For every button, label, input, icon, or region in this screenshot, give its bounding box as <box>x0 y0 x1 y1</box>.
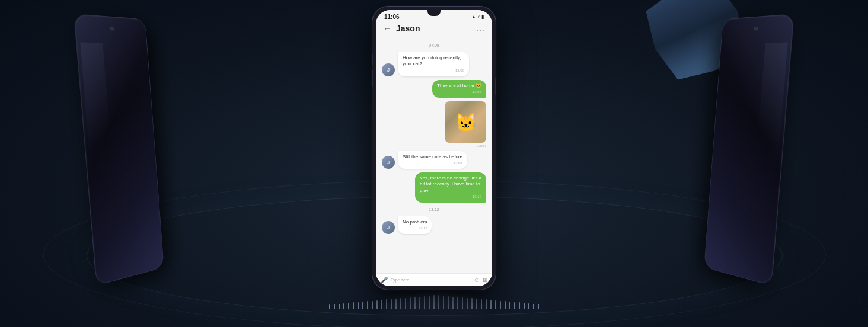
phone-center-body: 11:06 ▲ ⟟ ▮ ← Jason ... 07:08 <box>372 6 496 290</box>
tick-mark <box>528 303 529 309</box>
tick-mark <box>524 303 525 309</box>
phone-right <box>704 14 794 286</box>
tick-mark <box>358 302 359 309</box>
msg3-time: 13:07 <box>403 161 462 166</box>
volume-down-button <box>372 69 373 87</box>
message-row-2: They are at home 🐱 13:07 <box>382 80 486 98</box>
bubble-2: They are at home 🐱 13:07 <box>432 80 486 98</box>
tick-mark <box>514 302 515 309</box>
tick-mark <box>495 300 496 309</box>
tick-mark <box>505 301 506 309</box>
more-options-button[interactable]: ... <box>476 24 485 33</box>
msg4-time: 13:10 <box>420 195 481 200</box>
power-button <box>495 78 496 95</box>
chat-header[interactable]: ← Jason ... <box>376 20 492 37</box>
message-row-4: Yes, there is no change, it's a bit fat … <box>382 172 486 203</box>
msg1-time: 13:06 <box>403 69 464 73</box>
message-row-3: J Still the same cute as before 13:07 <box>382 151 486 169</box>
signal-icon: ▲ <box>471 14 476 20</box>
wifi-icon: ⟟ <box>478 14 480 20</box>
status-time: 11:06 <box>384 14 400 20</box>
contact-name: Jason <box>396 24 476 33</box>
phones-area: 11:06 ▲ ⟟ ▮ ← Jason ... 07:08 <box>0 0 868 327</box>
emoji-button[interactable]: ☺ <box>474 277 480 283</box>
msg4-text: Yes, there is no change, it's a bit fat … <box>420 175 481 193</box>
volume-up-button <box>372 54 373 66</box>
tick-mark <box>376 300 378 309</box>
bubble-5: No problem 13:12 <box>398 216 432 234</box>
chat-input-area[interactable]: 🎤 Type here ☺ ⊞ <box>376 273 492 286</box>
camera-dot-left <box>110 27 114 30</box>
msg5-time: 13:12 <box>403 226 427 231</box>
tick-mark <box>367 301 368 309</box>
status-icons: ▲ ⟟ ▮ <box>471 14 484 20</box>
message-row-1: J How are you doing recently, your cat? … <box>382 52 486 76</box>
tick-mark <box>343 303 344 309</box>
chat-messages: 07:08 J How are you doing recently, your… <box>376 37 492 273</box>
phone-screen: 11:06 ▲ ⟟ ▮ ← Jason ... 07:08 <box>376 10 492 286</box>
tick-mark <box>339 304 340 309</box>
bubble-1: How are you doing recently, your cat? 13… <box>398 52 469 76</box>
tick-mark <box>509 302 510 309</box>
bubble-4: Yes, there is no change, it's a bit fat … <box>415 172 486 203</box>
tick-mark <box>500 301 501 309</box>
battery-icon: ▮ <box>481 14 484 20</box>
attach-button[interactable]: ⊞ <box>483 277 487 283</box>
msg2-text: They are at home 🐱 <box>437 83 481 88</box>
message-input[interactable]: Type here <box>391 278 471 282</box>
phone-center: 11:06 ▲ ⟟ ▮ ← Jason ... 07:08 <box>372 6 496 290</box>
mic-icon[interactable]: 🎤 <box>381 277 388 283</box>
phone-right-body <box>704 14 794 286</box>
msg1-text: How are you doing recently, your cat? <box>403 55 461 66</box>
camera-dot-right <box>754 27 758 30</box>
tick-mark <box>348 303 349 309</box>
tick-mark <box>533 304 534 309</box>
avatar-jason: J <box>382 63 395 76</box>
message-row-image: 13:07 <box>382 101 486 148</box>
tick-mark <box>353 302 354 309</box>
msg2-time: 13:07 <box>437 90 481 95</box>
phone-reflection <box>381 296 487 326</box>
msg5-text: No problem <box>403 219 427 225</box>
avatar-jason-2: J <box>382 156 395 169</box>
tick-mark <box>538 304 539 309</box>
img-time: 13:07 <box>445 144 486 148</box>
message-row-5: J No problem 13:12 <box>382 216 486 234</box>
msg3-text: Still the same cute as before <box>403 154 462 159</box>
cat-photo <box>445 101 486 143</box>
tick-mark <box>519 302 520 309</box>
bubble-3: Still the same cute as before 13:07 <box>398 151 467 169</box>
tick-mark <box>362 302 363 309</box>
back-button[interactable]: ← <box>383 24 391 33</box>
timestamp-3: 13:12 <box>382 207 486 211</box>
tick-mark <box>334 304 335 309</box>
tick-mark <box>329 304 330 309</box>
timestamp-1: 07:08 <box>382 43 486 47</box>
phone-left <box>74 14 164 286</box>
phone-left-body <box>74 14 164 286</box>
avatar-jason-3: J <box>382 221 395 234</box>
tick-mark <box>372 301 373 309</box>
tick-mark <box>490 300 492 309</box>
